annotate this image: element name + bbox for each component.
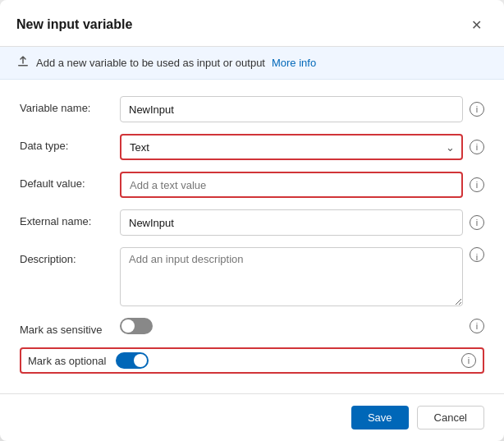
variable-name-wrap: i — [120, 96, 484, 122]
default-value-input[interactable] — [120, 172, 463, 198]
upload-icon — [16, 55, 30, 71]
external-name-label: External name: — [20, 209, 110, 227]
mark-optional-toggle[interactable] — [116, 352, 149, 369]
description-row: Description: i — [20, 247, 484, 306]
mark-optional-toggle-container — [116, 352, 149, 369]
variable-name-label: Variable name: — [20, 96, 110, 114]
data-type-info-icon[interactable]: i — [470, 140, 484, 154]
mark-sensitive-info-icon[interactable]: i — [470, 319, 484, 333]
cancel-button[interactable]: Cancel — [417, 406, 484, 430]
external-name-wrap: i — [120, 209, 484, 236]
mark-sensitive-slider — [120, 318, 153, 334]
mark-optional-highlight: Mark as optional i — [20, 347, 484, 374]
external-name-info-icon[interactable]: i — [470, 215, 484, 230]
data-type-select-wrap: Text Number Boolean Date ⌄ — [120, 134, 463, 160]
mark-optional-slider — [116, 352, 149, 369]
variable-name-info-icon[interactable]: i — [470, 102, 484, 117]
mark-optional-info-icon[interactable]: i — [461, 353, 476, 368]
data-type-label: Data type: — [20, 134, 110, 152]
dialog-title: New input variable — [16, 17, 132, 32]
mark-sensitive-wrap: i — [120, 318, 484, 334]
variable-name-row: Variable name: i — [20, 96, 484, 122]
description-wrap: i — [120, 247, 484, 306]
data-type-select[interactable]: Text Number Boolean Date — [120, 134, 463, 160]
banner-text: Add a new variable to be used as input o… — [36, 57, 265, 69]
mark-sensitive-toggle[interactable] — [120, 318, 153, 334]
default-value-label: Default value: — [20, 172, 110, 190]
external-name-row: External name: i — [20, 209, 484, 236]
close-button[interactable]: ✕ — [465, 13, 488, 36]
data-type-wrap: Text Number Boolean Date ⌄ i — [120, 134, 484, 160]
external-name-input[interactable] — [120, 209, 463, 236]
info-banner: Add a new variable to be used as input o… — [0, 47, 504, 80]
default-value-row: Default value: i — [20, 172, 484, 198]
data-type-row: Data type: Text Number Boolean Date ⌄ i — [20, 134, 484, 160]
save-button[interactable]: Save — [351, 406, 409, 430]
dialog-footer: Save Cancel — [0, 393, 504, 441]
dialog: New input variable ✕ Add a new variable … — [0, 0, 504, 441]
dialog-header: New input variable ✕ — [0, 0, 504, 47]
description-textarea[interactable] — [120, 247, 463, 306]
mark-sensitive-label: Mark as sensitive — [20, 318, 110, 336]
mark-optional-label: Mark as optional — [28, 355, 106, 367]
default-value-wrap: i — [120, 172, 484, 198]
more-info-link[interactable]: More info — [272, 57, 316, 69]
description-label: Description: — [20, 247, 110, 265]
mark-sensitive-row: Mark as sensitive i — [20, 318, 484, 336]
dialog-body: Variable name: i Data type: Text Number … — [0, 80, 504, 393]
default-value-info-icon[interactable]: i — [470, 177, 484, 192]
svg-rect-0 — [18, 65, 28, 67]
description-info-icon[interactable]: i — [470, 247, 484, 262]
mark-optional-row: Mark as optional i — [20, 347, 484, 374]
mark-sensitive-toggle-container — [120, 318, 153, 334]
variable-name-input[interactable] — [120, 96, 463, 122]
